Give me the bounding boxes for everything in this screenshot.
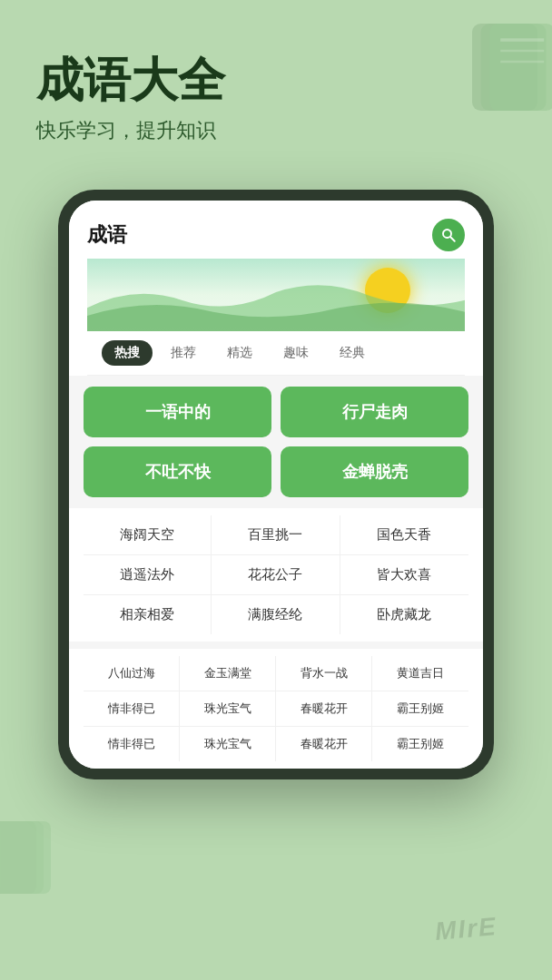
- cell-2-2[interactable]: 花花公子: [212, 555, 340, 594]
- cell-4-2-3[interactable]: 春暖花开: [276, 691, 372, 726]
- search-button[interactable]: [432, 219, 465, 251]
- row-4col-1: 八仙过海 金玉满堂 背水一战 黄道吉日: [84, 656, 468, 691]
- tab-classic[interactable]: 经典: [327, 340, 378, 366]
- cell-4-3-2[interactable]: 珠光宝气: [180, 727, 276, 761]
- cell-3-3[interactable]: 卧虎藏龙: [340, 595, 468, 634]
- mountain-decoration: [87, 269, 465, 331]
- cell-4-3-1[interactable]: 情非得已: [84, 727, 180, 761]
- cell-1-2[interactable]: 百里挑一: [212, 515, 340, 554]
- hot-item-4[interactable]: 金蝉脱壳: [281, 446, 468, 497]
- svg-line-10: [450, 237, 455, 241]
- cell-4-1-3[interactable]: 背水一战: [276, 656, 372, 691]
- cell-4-1-2[interactable]: 金玉满堂: [180, 656, 276, 691]
- cell-3-1[interactable]: 相亲相爱: [84, 595, 212, 634]
- watermark: MIrE: [434, 912, 498, 946]
- cell-4-3-4[interactable]: 霸王别姬: [372, 727, 468, 761]
- book-icon-bottom-left: [0, 817, 64, 907]
- cell-4-2-2[interactable]: 珠光宝气: [180, 691, 276, 726]
- hot-grid: 一语中的 行尸走肉 不吐不快 金蝉脱壳: [84, 387, 468, 497]
- phone-mockup: 成语: [0, 190, 552, 779]
- hot-item-3[interactable]: 不吐不快: [84, 446, 271, 497]
- svg-rect-7: [0, 821, 44, 894]
- cell-4-1-4[interactable]: 黄道吉日: [372, 656, 468, 691]
- cell-4-2-1[interactable]: 情非得已: [84, 691, 180, 726]
- four-col-section: 八仙过海 金玉满堂 背水一战 黄道吉日 情非得已 珠光宝气 春暖花开 霸王别姬 …: [69, 642, 483, 769]
- cell-4-1-1[interactable]: 八仙过海: [84, 656, 180, 691]
- header: 成语大全 快乐学习，提升知识: [0, 0, 552, 162]
- tab-featured[interactable]: 精选: [214, 340, 265, 366]
- row-1: 海阔天空 百里挑一 国色天香: [84, 515, 468, 555]
- page-subtitle: 快乐学习，提升知识: [36, 117, 516, 144]
- row-3: 相亲相爱 满腹经纶 卧虎藏龙: [84, 595, 468, 634]
- row-4col-2: 情非得已 珠光宝气 春暖花开 霸王别姬: [84, 691, 468, 727]
- page-title: 成语大全: [36, 54, 516, 106]
- cell-2-3[interactable]: 皆大欢喜: [340, 555, 468, 594]
- cell-1-1[interactable]: 海阔天空: [84, 515, 212, 554]
- svg-rect-6: [0, 821, 36, 894]
- normal-section: 海阔天空 百里挑一 国色天香 逍遥法外 花花公子 皆大欢喜 相亲相爱 满腹经纶 …: [69, 508, 483, 642]
- cell-2-1[interactable]: 逍遥法外: [84, 555, 212, 594]
- cell-3-2[interactable]: 满腹经纶: [212, 595, 340, 634]
- svg-rect-8: [0, 821, 51, 894]
- tab-fun[interactable]: 趣味: [271, 340, 321, 366]
- app-title: 成语: [87, 221, 127, 249]
- hot-section: 一语中的 行尸走肉 不吐不快 金蝉脱壳: [69, 376, 483, 508]
- cell-4-3-3[interactable]: 春暖花开: [276, 727, 372, 761]
- hot-item-1[interactable]: 一语中的: [84, 387, 271, 437]
- banner: [87, 259, 465, 331]
- hot-item-2[interactable]: 行尸走肉: [281, 387, 468, 437]
- app-header: 成语: [69, 201, 483, 376]
- row-4col-3: 情非得已 珠光宝气 春暖花开 霸王别姬: [84, 727, 468, 761]
- cell-1-3[interactable]: 国色天香: [340, 515, 468, 554]
- phone-screen: 成语: [69, 201, 483, 769]
- cell-4-2-4[interactable]: 霸王别姬: [372, 691, 468, 726]
- tab-hot[interactable]: 热搜: [102, 340, 153, 366]
- phone-frame: 成语: [58, 190, 494, 779]
- tab-recommend[interactable]: 推荐: [158, 340, 209, 366]
- row-2: 逍遥法外 花花公子 皆大欢喜: [84, 555, 468, 595]
- tab-bar: 热搜 推荐 精选 趣味 经典: [87, 331, 465, 376]
